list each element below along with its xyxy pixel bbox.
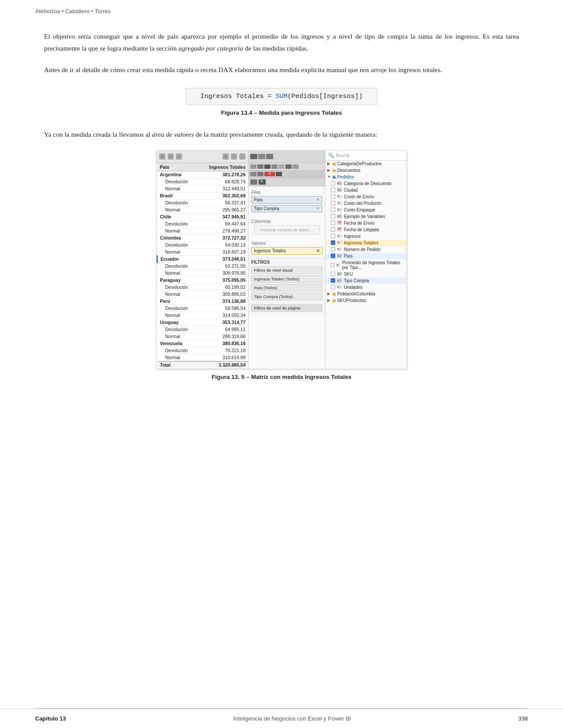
folder-icon: ▣	[332, 161, 336, 166]
checkbox-icon[interactable]	[331, 207, 335, 212]
tree-item-ciudad[interactable]: ▪ Ciudad	[325, 187, 406, 193]
p1-text2: de las medidas rápidas.	[243, 44, 308, 52]
checkbox-checked-icon[interactable]: ✓	[331, 254, 335, 258]
checkbox-icon[interactable]	[331, 188, 335, 192]
tree-item-descuentos[interactable]: ▶ ▣ Descuentos	[325, 167, 406, 174]
search-icon: 🔍	[328, 153, 334, 158]
tree-item-ejemplo-variables[interactable]: ▪ Ejemplo de Variables	[325, 213, 406, 220]
valores-section: Valores Ingresos Totales ✕	[249, 237, 325, 258]
matrix-table: País Ingresos Totales Argentina 381.278,…	[157, 163, 248, 369]
table-row: Perú 374.136,88	[157, 298, 249, 305]
folder-icon: ▣	[332, 298, 336, 303]
paragraph-3: Ya con la medida creada la llevamos al á…	[44, 128, 519, 140]
strip-icon	[250, 179, 257, 185]
pais-field-tag[interactable]: País ✕	[251, 196, 322, 204]
mid-icon-3	[266, 154, 273, 159]
table-row: Normal 314.550,34	[157, 312, 249, 319]
expand-icon: ▶	[327, 161, 331, 166]
tree-item-pais[interactable]: ✓ ▪ País	[325, 253, 406, 259]
tree-label: Fecha de Envío	[344, 221, 375, 226]
tree-item-ingresos-totales[interactable]: ✓ ≡ Ingresos Totales	[325, 240, 406, 246]
tree-item-skuproductos[interactable]: ▶ ▣ SKUProductos	[325, 297, 406, 304]
tree-item-fecha-llegada[interactable]: 📅 Fecha de Llegada	[325, 226, 406, 233]
tree-label: Costo del Producto	[344, 201, 381, 206]
checkbox-icon[interactable]	[331, 234, 335, 238]
filtro-pais[interactable]: País (Todos)	[251, 284, 322, 291]
checkbox-icon[interactable]	[331, 214, 335, 218]
tree-item-sku[interactable]: ▪ SKU	[325, 271, 406, 277]
search-placeholder: Buscar	[336, 153, 404, 158]
tree-item-categorias[interactable]: ▶ ▣ CategoriaDeProductos	[325, 160, 406, 167]
header-text: Atehortúa • Caballero • Torres	[35, 8, 110, 15]
filas-section: Filas País ✕ Tipo Compra ✕	[249, 186, 325, 215]
powerbi-screenshot: ⊙ ⊙ = ⊙ □ … País Ingresos Totales	[156, 150, 407, 369]
pais-remove-btn[interactable]: ✕	[316, 197, 320, 202]
ingresos-totales-tag[interactable]: Ingresos Totales ✕	[251, 247, 322, 255]
tree-label: País	[344, 254, 353, 258]
checkbox-icon[interactable]	[331, 194, 335, 199]
tree-item-categoria-desc[interactable]: ▪ Categoría de Descuento	[325, 180, 406, 187]
tree-label: PoblaciónColombia	[337, 291, 375, 296]
filas-label: Filas	[251, 190, 322, 195]
tree-item-poblacion[interactable]: ▶ ▣ PoblaciónColombia	[325, 291, 406, 297]
figure-1-caption: Figura 13.4 – Medida para Ingresos Total…	[44, 109, 519, 116]
strip-icon	[278, 164, 285, 169]
col-ingresos: Ingresos Totales	[198, 163, 249, 171]
table-row: Brasil 362.302,68	[157, 192, 249, 199]
tree-label: Ejemplo de Variables	[344, 214, 385, 219]
icon-strip-3: R	[249, 171, 325, 178]
mid-icon-2	[258, 154, 265, 159]
pais-tag-label: País	[254, 197, 263, 202]
checkbox-icon[interactable]	[331, 285, 335, 289]
tree-item-promedio[interactable]: ≡ Promedio de Ingresos Totales por Tipo.…	[325, 259, 406, 271]
p2-text: Antes de ir al detalle de cómo crear est…	[44, 66, 442, 73]
tree-label: Pedidos	[337, 175, 355, 179]
table-row: Chile 347.945,91	[157, 213, 249, 220]
zoom-icon: 🔍	[259, 179, 266, 185]
filtro-ingresos[interactable]: Ingresos Totales (Todos)	[251, 275, 322, 283]
tree-item-unidades[interactable]: ≡ Unidades	[325, 284, 406, 291]
toolbar-icon-3: =	[176, 153, 182, 160]
filtro-pagina: Filtros de nivel de página	[251, 304, 322, 312]
tree-item-pedidos[interactable]: ▼ ▣ Pedidos	[325, 174, 406, 180]
header: Atehortúa • Caballero • Torres	[0, 0, 563, 17]
tree-label: Unidades	[344, 285, 362, 290]
checkbox-icon[interactable]	[331, 247, 335, 251]
table-row: Devolución 69.447,64	[157, 220, 249, 227]
toolbar-strip: ⊙ ⊙ = ⊙ □ …	[157, 151, 248, 163]
screenshot-wrapper: ⊙ ⊙ = ⊙ □ … País Ingresos Totales	[44, 150, 519, 369]
tipo-tag-label: Tipo Compra	[254, 206, 279, 211]
tipo-remove-btn[interactable]: ✕	[316, 206, 320, 211]
strip-icon	[264, 164, 271, 169]
table-row: Devolución 68.828,74	[157, 178, 249, 185]
tree-item-costo-empaque[interactable]: ≡ Costo Empaque	[325, 207, 406, 213]
formula-box: Ingresos Totales = SUM(Pedidos[Ingresos]…	[44, 88, 519, 105]
tree-item-costo-producto[interactable]: ≡ Costo del Producto	[325, 200, 406, 207]
tree-item-costo-envio[interactable]: ≡ Costo de Envío	[325, 193, 406, 200]
expand-icon: ▼	[327, 175, 331, 179]
strip-icon	[257, 172, 263, 176]
checkbox-icon[interactable]	[331, 201, 335, 205]
ingresos-remove-btn[interactable]: ✕	[316, 248, 320, 253]
folder-icon: ▣	[332, 168, 336, 173]
filtro-tipo-compra[interactable]: Tipo Compra (Todos)	[251, 293, 322, 300]
tree-label: Número de Pedido	[344, 247, 380, 252]
tipo-field-tag[interactable]: Tipo Compra ✕	[251, 205, 322, 212]
expand-icon: ▶	[327, 291, 331, 296]
checkbox-icon[interactable]	[331, 263, 334, 267]
checkbox-icon[interactable]	[331, 221, 335, 225]
tree-item-tipo-compra[interactable]: ✓ ▪ Tipo Compra	[325, 277, 406, 284]
checkbox-icon[interactable]	[331, 227, 335, 232]
tree-item-numero-pedido[interactable]: ≡ Número de Pedido	[325, 246, 406, 253]
checkbox-checked-icon[interactable]: ✓	[331, 240, 335, 245]
tree-item-ingresos[interactable]: ≡ Ingresos	[325, 233, 406, 240]
table-row-total: Total 3.320.885,54	[157, 361, 249, 369]
table-row: Normal 288.319,66	[157, 333, 249, 340]
checkbox-checked-icon[interactable]: ✓	[331, 278, 335, 283]
paragraph-2: Antes de ir al detalle de cómo crear est…	[44, 64, 519, 76]
tree-item-fecha-envio[interactable]: 📅 Fecha de Envío	[325, 220, 406, 226]
checkbox-icon[interactable]	[331, 181, 335, 186]
toolbar-icon-4: ⊙	[223, 153, 229, 160]
tree-label: Fecha de Llegada	[344, 227, 379, 232]
checkbox-icon[interactable]	[331, 272, 335, 276]
